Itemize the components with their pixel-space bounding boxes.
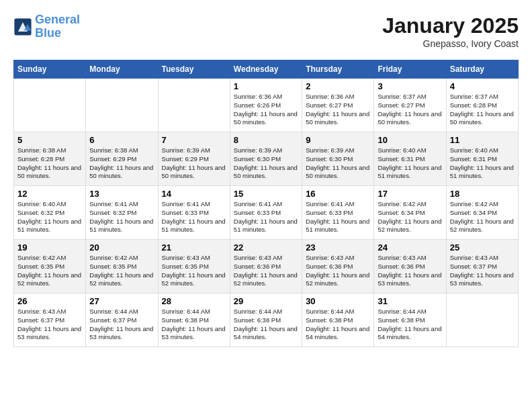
weekday-header-sunday: Sunday	[14, 60, 86, 79]
day-number: 19	[17, 242, 82, 253]
day-number: 8	[234, 135, 298, 145]
calendar-cell: 13Sunrise: 6:41 AM Sunset: 6:32 PM Dayli…	[86, 186, 158, 240]
day-info: Sunrise: 6:36 AM Sunset: 6:26 PM Dayligh…	[234, 93, 298, 127]
day-info: Sunrise: 6:37 AM Sunset: 6:28 PM Dayligh…	[450, 93, 515, 127]
calendar-cell: 24Sunrise: 6:43 AM Sunset: 6:36 PM Dayli…	[374, 240, 446, 293]
calendar-cell: 9Sunrise: 6:39 AM Sunset: 6:30 PM Daylig…	[302, 132, 374, 186]
calendar-cell: 5Sunrise: 6:38 AM Sunset: 6:28 PM Daylig…	[14, 132, 86, 186]
day-info: Sunrise: 6:42 AM Sunset: 6:34 PM Dayligh…	[450, 200, 515, 234]
day-number: 23	[306, 242, 370, 253]
day-number: 29	[234, 296, 298, 306]
day-info: Sunrise: 6:40 AM Sunset: 6:32 PM Dayligh…	[17, 200, 82, 234]
day-info: Sunrise: 6:42 AM Sunset: 6:34 PM Dayligh…	[378, 200, 442, 234]
day-info: Sunrise: 6:37 AM Sunset: 6:27 PM Dayligh…	[378, 93, 442, 127]
calendar-cell: 19Sunrise: 6:42 AM Sunset: 6:35 PM Dayli…	[14, 240, 86, 293]
week-row-1: 1Sunrise: 6:36 AM Sunset: 6:26 PM Daylig…	[14, 79, 519, 132]
logo-text: GeneralBlue	[35, 13, 80, 40]
day-number: 9	[306, 135, 370, 145]
day-number: 1	[234, 81, 298, 91]
calendar-cell: 7Sunrise: 6:39 AM Sunset: 6:29 PM Daylig…	[158, 132, 230, 186]
day-info: Sunrise: 6:40 AM Sunset: 6:31 PM Dayligh…	[378, 146, 442, 181]
day-info: Sunrise: 6:43 AM Sunset: 6:36 PM Dayligh…	[234, 254, 298, 288]
day-number: 13	[89, 189, 154, 199]
calendar-cell: 23Sunrise: 6:43 AM Sunset: 6:36 PM Dayli…	[302, 240, 374, 293]
month-title: January 2025	[382, 13, 519, 38]
day-number: 14	[162, 189, 226, 199]
day-info: Sunrise: 6:43 AM Sunset: 6:37 PM Dayligh…	[450, 254, 515, 288]
day-info: Sunrise: 6:41 AM Sunset: 6:33 PM Dayligh…	[234, 200, 298, 234]
day-number: 10	[378, 135, 442, 145]
day-number: 17	[378, 189, 442, 199]
day-number: 18	[450, 189, 515, 199]
calendar-cell: 20Sunrise: 6:42 AM Sunset: 6:35 PM Dayli…	[86, 240, 158, 293]
day-number: 7	[162, 135, 226, 145]
day-number: 27	[89, 296, 154, 306]
day-info: Sunrise: 6:41 AM Sunset: 6:33 PM Dayligh…	[306, 200, 370, 234]
calendar-cell: 18Sunrise: 6:42 AM Sunset: 6:34 PM Dayli…	[446, 186, 518, 240]
day-info: Sunrise: 6:41 AM Sunset: 6:33 PM Dayligh…	[162, 200, 226, 234]
day-info: Sunrise: 6:41 AM Sunset: 6:32 PM Dayligh…	[89, 200, 154, 234]
day-number: 31	[378, 296, 442, 306]
calendar-cell: 8Sunrise: 6:39 AM Sunset: 6:30 PM Daylig…	[230, 132, 302, 186]
day-number: 25	[450, 242, 515, 253]
day-info: Sunrise: 6:43 AM Sunset: 6:37 PM Dayligh…	[17, 308, 82, 342]
day-number: 11	[450, 135, 515, 145]
week-row-3: 12Sunrise: 6:40 AM Sunset: 6:32 PM Dayli…	[14, 186, 519, 240]
calendar-cell: 11Sunrise: 6:40 AM Sunset: 6:31 PM Dayli…	[446, 132, 518, 186]
calendar-cell: 28Sunrise: 6:44 AM Sunset: 6:38 PM Dayli…	[158, 293, 230, 347]
day-info: Sunrise: 6:43 AM Sunset: 6:35 PM Dayligh…	[162, 254, 226, 288]
day-info: Sunrise: 6:38 AM Sunset: 6:28 PM Dayligh…	[17, 146, 82, 181]
weekday-header-tuesday: Tuesday	[158, 60, 230, 79]
day-info: Sunrise: 6:43 AM Sunset: 6:36 PM Dayligh…	[378, 254, 442, 288]
weekday-header-row: SundayMondayTuesdayWednesdayThursdayFrid…	[14, 60, 519, 79]
calendar-cell: 4Sunrise: 6:37 AM Sunset: 6:28 PM Daylig…	[446, 79, 518, 132]
calendar-table: SundayMondayTuesdayWednesdayThursdayFrid…	[13, 60, 519, 347]
day-number: 30	[306, 296, 370, 306]
calendar-cell: 30Sunrise: 6:44 AM Sunset: 6:38 PM Dayli…	[302, 293, 374, 347]
day-number: 12	[17, 189, 82, 199]
week-row-5: 26Sunrise: 6:43 AM Sunset: 6:37 PM Dayli…	[14, 293, 519, 347]
weekday-header-saturday: Saturday	[446, 60, 518, 79]
day-number: 24	[378, 242, 442, 253]
day-number: 28	[162, 296, 226, 306]
title-block: January 2025 Gnepasso, Ivory Coast	[382, 13, 519, 49]
calendar-cell: 31Sunrise: 6:44 AM Sunset: 6:38 PM Dayli…	[374, 293, 446, 347]
calendar-cell: 22Sunrise: 6:43 AM Sunset: 6:36 PM Dayli…	[230, 240, 302, 293]
page-header: GeneralBlue January 2025 Gnepasso, Ivory…	[13, 13, 519, 49]
day-info: Sunrise: 6:43 AM Sunset: 6:36 PM Dayligh…	[306, 254, 370, 288]
week-row-2: 5Sunrise: 6:38 AM Sunset: 6:28 PM Daylig…	[14, 132, 519, 186]
calendar-cell	[86, 79, 158, 132]
weekday-header-monday: Monday	[86, 60, 158, 79]
day-number: 3	[378, 81, 442, 91]
day-info: Sunrise: 6:42 AM Sunset: 6:35 PM Dayligh…	[89, 254, 154, 288]
day-number: 20	[89, 242, 154, 253]
day-info: Sunrise: 6:44 AM Sunset: 6:37 PM Dayligh…	[89, 308, 154, 342]
calendar-cell: 29Sunrise: 6:44 AM Sunset: 6:38 PM Dayli…	[230, 293, 302, 347]
calendar-cell: 6Sunrise: 6:38 AM Sunset: 6:29 PM Daylig…	[86, 132, 158, 186]
calendar-cell	[446, 293, 518, 347]
day-number: 4	[450, 81, 515, 91]
calendar-cell: 26Sunrise: 6:43 AM Sunset: 6:37 PM Dayli…	[14, 293, 86, 347]
day-info: Sunrise: 6:44 AM Sunset: 6:38 PM Dayligh…	[306, 308, 370, 342]
weekday-header-wednesday: Wednesday	[230, 60, 302, 79]
day-number: 22	[234, 242, 298, 253]
day-info: Sunrise: 6:44 AM Sunset: 6:38 PM Dayligh…	[162, 308, 226, 342]
day-info: Sunrise: 6:39 AM Sunset: 6:30 PM Dayligh…	[306, 146, 370, 181]
day-number: 21	[162, 242, 226, 253]
day-number: 6	[89, 135, 154, 145]
calendar-cell	[158, 79, 230, 132]
calendar-cell: 10Sunrise: 6:40 AM Sunset: 6:31 PM Dayli…	[374, 132, 446, 186]
day-info: Sunrise: 6:38 AM Sunset: 6:29 PM Dayligh…	[89, 146, 154, 181]
day-info: Sunrise: 6:44 AM Sunset: 6:38 PM Dayligh…	[378, 308, 442, 342]
day-info: Sunrise: 6:44 AM Sunset: 6:38 PM Dayligh…	[234, 308, 298, 342]
day-number: 2	[306, 81, 370, 91]
day-info: Sunrise: 6:36 AM Sunset: 6:27 PM Dayligh…	[306, 93, 370, 127]
logo-icon	[13, 17, 32, 36]
day-number: 16	[306, 189, 370, 199]
day-number: 5	[17, 135, 82, 145]
calendar-cell: 27Sunrise: 6:44 AM Sunset: 6:37 PM Dayli…	[86, 293, 158, 347]
location-subtitle: Gnepasso, Ivory Coast	[382, 38, 519, 49]
day-number: 15	[234, 189, 298, 199]
calendar-cell: 12Sunrise: 6:40 AM Sunset: 6:32 PM Dayli…	[14, 186, 86, 240]
day-info: Sunrise: 6:39 AM Sunset: 6:29 PM Dayligh…	[162, 146, 226, 181]
